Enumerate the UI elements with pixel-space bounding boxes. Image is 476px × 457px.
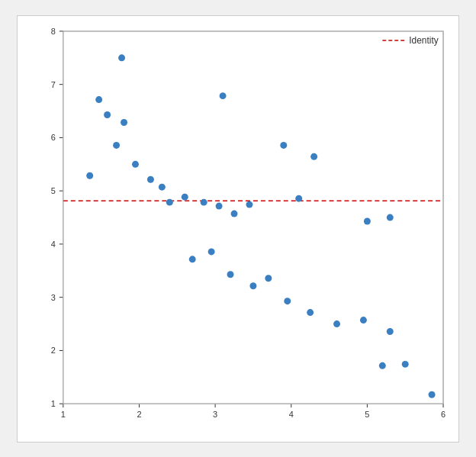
dot xyxy=(429,391,436,397)
dot xyxy=(387,214,394,220)
dot xyxy=(113,141,120,148)
dot xyxy=(216,202,223,209)
dot xyxy=(307,309,314,316)
dot xyxy=(159,183,166,190)
dot xyxy=(364,217,371,224)
y-tick-1: 1 xyxy=(51,399,56,408)
dot xyxy=(280,141,287,148)
x-axis: 1 2 3 4 5 6 xyxy=(61,404,445,419)
dot xyxy=(379,362,386,368)
y-tick-3: 3 xyxy=(51,292,56,301)
dot xyxy=(310,153,317,159)
dot xyxy=(118,54,125,61)
dot xyxy=(132,160,139,167)
dot xyxy=(201,198,207,205)
x-tick-4: 4 xyxy=(289,410,294,419)
y-tick-8: 8 xyxy=(51,26,56,35)
y-axis: 8 7 6 5 4 3 2 1 xyxy=(51,26,63,407)
dot xyxy=(95,96,102,103)
y-tick-7: 7 xyxy=(51,79,56,89)
svg-rect-0 xyxy=(63,31,443,403)
dot xyxy=(402,360,409,367)
y-tick-6: 6 xyxy=(51,133,56,142)
x-tick-3: 3 xyxy=(213,410,217,419)
scatter-plot: Identity xyxy=(17,15,459,443)
y-tick-5: 5 xyxy=(51,186,56,195)
dot xyxy=(104,111,111,118)
dot xyxy=(166,198,173,205)
dot xyxy=(220,92,227,99)
dot xyxy=(284,298,291,304)
dot xyxy=(86,172,93,179)
dot xyxy=(227,271,234,278)
dot xyxy=(246,201,252,208)
dot xyxy=(249,282,256,289)
dot xyxy=(189,256,196,262)
dot xyxy=(147,175,154,182)
y-tick-2: 2 xyxy=(51,346,56,355)
dot xyxy=(265,275,272,282)
y-tick-4: 4 xyxy=(51,239,56,248)
dot xyxy=(208,248,215,255)
dot xyxy=(295,195,302,201)
dot xyxy=(360,317,367,323)
dot xyxy=(182,193,188,200)
x-tick-1: 1 xyxy=(61,410,66,419)
dot xyxy=(231,210,238,217)
x-tick-6: 6 xyxy=(441,410,445,419)
dot xyxy=(333,320,340,327)
dot xyxy=(121,119,127,126)
x-tick-5: 5 xyxy=(365,410,369,419)
dot xyxy=(387,328,394,335)
x-tick-2: 2 xyxy=(137,410,141,419)
legend-label: Identity xyxy=(409,34,439,45)
